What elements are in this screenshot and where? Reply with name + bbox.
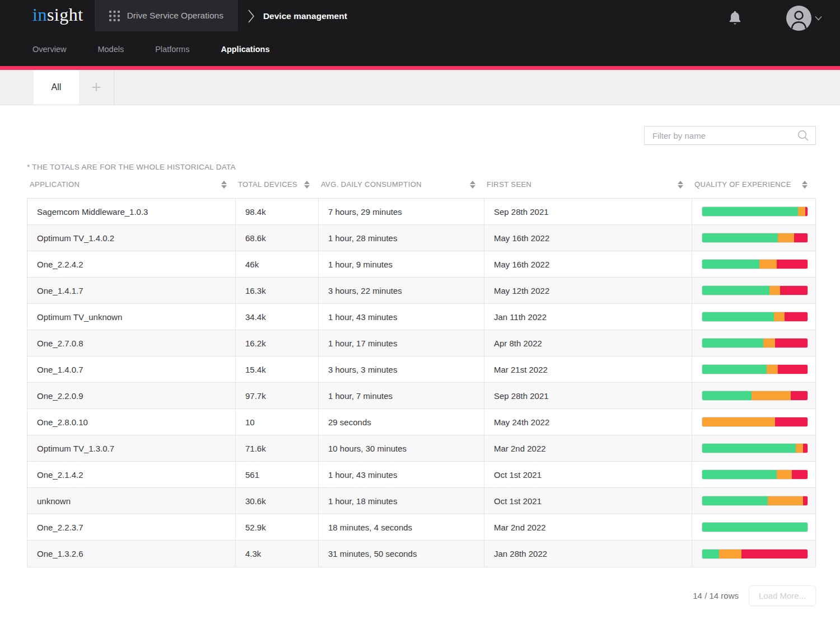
qoe-bar bbox=[702, 549, 808, 559]
cell-avg-daily-consumption: 3 hours, 3 minutes bbox=[319, 356, 484, 382]
user-avatar-icon bbox=[786, 6, 811, 31]
cell-quality-of-experience bbox=[692, 541, 816, 567]
qoe-bar bbox=[702, 469, 808, 480]
applications-table: Sagemcom Middleware_1.0.3 98.4k 7 hours,… bbox=[27, 198, 816, 567]
table-row[interactable]: One_1.4.0.7 15.4k 3 hours, 3 minutes Mar… bbox=[27, 356, 815, 383]
cell-quality-of-experience bbox=[692, 356, 816, 382]
qoe-bar bbox=[702, 364, 808, 374]
column-header-avg-daily-consumption[interactable]: AVG. DAILY CONSUMPTION bbox=[318, 176, 484, 193]
qoe-bar bbox=[702, 312, 808, 322]
cell-first-seen: Sep 28th 2021 bbox=[484, 199, 692, 224]
cell-avg-daily-consumption: 1 hour, 17 minutes bbox=[319, 330, 484, 356]
qoe-segment-fair bbox=[719, 549, 741, 558]
nav-item-platforms[interactable]: Platforms bbox=[155, 45, 189, 54]
cell-avg-daily-consumption: 31 minutes, 50 seconds bbox=[319, 541, 484, 567]
cell-quality-of-experience bbox=[692, 251, 816, 277]
add-tab-button[interactable]: + bbox=[79, 70, 114, 105]
rows-count: 14 / 14 rows bbox=[693, 591, 739, 600]
cell-total-devices: 15.4k bbox=[236, 356, 319, 382]
notifications-button[interactable] bbox=[727, 10, 743, 26]
main-nav: Overview Models Platforms Applications bbox=[0, 32, 840, 66]
user-menu[interactable] bbox=[786, 6, 822, 31]
table-row[interactable]: One_2.2.0.9 97.7k 1 hour, 7 minutes Sep … bbox=[27, 383, 815, 409]
cell-quality-of-experience bbox=[692, 514, 816, 540]
cell-application: One_1.4.0.7 bbox=[27, 356, 236, 382]
column-header-quality-of-experience[interactable]: QUALITY OF EXPERIENCE bbox=[692, 176, 816, 193]
qoe-bar bbox=[702, 233, 808, 243]
sort-icon bbox=[802, 181, 808, 189]
table-row[interactable]: One_2.2.3.7 52.9k 18 minutes, 4 seconds … bbox=[27, 514, 815, 541]
table-row[interactable]: One_2.2.4.2 46k 1 hour, 9 minutes May 16… bbox=[27, 251, 815, 278]
table-row[interactable]: One_2.8.0.10 10 29 seconds May 24th 2022 bbox=[27, 409, 815, 435]
qoe-segment-good bbox=[702, 365, 767, 374]
load-more-button[interactable]: Load More... bbox=[749, 585, 816, 606]
cell-first-seen: Apr 8th 2022 bbox=[484, 330, 692, 356]
nav-item-overview[interactable]: Overview bbox=[32, 45, 66, 54]
table-row[interactable]: One_2.7.0.8 16.2k 1 hour, 17 minutes Apr… bbox=[27, 330, 815, 356]
cell-total-devices: 68.6k bbox=[236, 225, 319, 251]
qoe-segment-good bbox=[702, 549, 719, 558]
cell-application: One_2.2.4.2 bbox=[27, 251, 236, 277]
table-row[interactable]: unknown 30.6k 1 hour, 18 minutes Oct 1st… bbox=[27, 488, 815, 514]
qoe-segment-fair bbox=[763, 339, 775, 347]
qoe-segment-poor bbox=[778, 365, 808, 374]
qoe-segment-good bbox=[702, 260, 759, 269]
table-header-row: APPLICATION TOTAL DEVICES AVG. DAILY CON… bbox=[27, 176, 816, 193]
qoe-bar bbox=[702, 522, 808, 532]
table-row[interactable]: Optimum TV_unknown 34.4k 1 hour, 43 minu… bbox=[27, 304, 815, 330]
cell-avg-daily-consumption: 3 hours, 22 minutes bbox=[319, 278, 484, 303]
column-header-total-devices[interactable]: TOTAL DEVICES bbox=[235, 176, 318, 193]
qoe-segment-poor bbox=[803, 444, 808, 453]
search-icon bbox=[797, 129, 809, 142]
table-row[interactable]: Optimum TV_1.4.0.2 68.6k 1 hour, 28 minu… bbox=[27, 225, 815, 251]
cell-total-devices: 561 bbox=[236, 462, 319, 487]
nav-item-applications[interactable]: Applications bbox=[221, 45, 269, 54]
chevron-right-icon bbox=[248, 8, 255, 25]
cell-application: One_2.1.4.2 bbox=[27, 462, 236, 487]
chevron-down-icon bbox=[815, 16, 822, 21]
cell-quality-of-experience bbox=[692, 383, 816, 408]
table-row[interactable]: One_1.3.2.6 4.3k 31 minutes, 50 seconds … bbox=[27, 541, 815, 567]
cell-application: Optimum TV_1.4.0.2 bbox=[27, 225, 236, 251]
table-body: Sagemcom Middleware_1.0.3 98.4k 7 hours,… bbox=[27, 199, 815, 567]
qoe-segment-fair bbox=[778, 233, 794, 242]
column-header-application[interactable]: APPLICATION bbox=[27, 176, 235, 193]
qoe-segment-fair bbox=[702, 417, 775, 426]
cell-first-seen: Oct 1st 2021 bbox=[484, 488, 692, 514]
app-switcher-button[interactable]: Drive Service Operations bbox=[95, 0, 238, 31]
logo-suffix: sight bbox=[47, 4, 83, 25]
column-label: APPLICATION bbox=[30, 180, 80, 189]
cell-first-seen: Oct 1st 2021 bbox=[484, 462, 692, 487]
cell-first-seen: Jan 28th 2022 bbox=[484, 541, 692, 567]
cell-total-devices: 97.7k bbox=[236, 383, 319, 408]
cell-application: Optimum TV_unknown bbox=[27, 304, 236, 330]
table-row[interactable]: Sagemcom Middleware_1.0.3 98.4k 7 hours,… bbox=[27, 199, 815, 225]
column-label: QUALITY OF EXPERIENCE bbox=[694, 180, 791, 189]
cell-first-seen: Mar 2nd 2022 bbox=[484, 435, 692, 461]
table-row[interactable]: One_2.1.4.2 561 1 hour, 43 minutes Oct 1… bbox=[27, 462, 815, 488]
qoe-segment-good bbox=[702, 470, 777, 479]
cell-application: One_1.3.2.6 bbox=[27, 541, 236, 567]
logo[interactable]: insight bbox=[32, 4, 83, 25]
cell-quality-of-experience bbox=[692, 330, 816, 356]
qoe-segment-fair bbox=[768, 496, 804, 505]
cell-total-devices: 30.6k bbox=[236, 488, 319, 514]
cell-total-devices: 98.4k bbox=[236, 199, 319, 224]
nav-item-models[interactable]: Models bbox=[97, 45, 124, 54]
cell-avg-daily-consumption: 10 hours, 30 minutes bbox=[319, 435, 484, 461]
qoe-segment-good bbox=[702, 339, 763, 347]
qoe-segment-good bbox=[702, 523, 808, 532]
filter-input[interactable] bbox=[652, 131, 797, 140]
qoe-segment-fair bbox=[769, 286, 780, 295]
cell-application: One_2.7.0.8 bbox=[27, 330, 236, 356]
cell-total-devices: 4.3k bbox=[236, 541, 319, 567]
table-footer: 14 / 14 rows Load More... bbox=[27, 585, 816, 606]
tab-all[interactable]: All bbox=[34, 70, 79, 105]
column-header-first-seen[interactable]: FIRST SEEN bbox=[484, 176, 692, 193]
cell-quality-of-experience bbox=[692, 409, 816, 435]
table-row[interactable]: One_1.4.1.7 16.3k 3 hours, 22 minutes Ma… bbox=[27, 278, 815, 304]
cell-first-seen: May 16th 2022 bbox=[484, 251, 692, 277]
cell-avg-daily-consumption: 29 seconds bbox=[319, 409, 484, 435]
table-row[interactable]: Optimum TV_1.3.0.7 71.6k 10 hours, 30 mi… bbox=[27, 435, 815, 462]
cell-quality-of-experience bbox=[692, 462, 816, 487]
